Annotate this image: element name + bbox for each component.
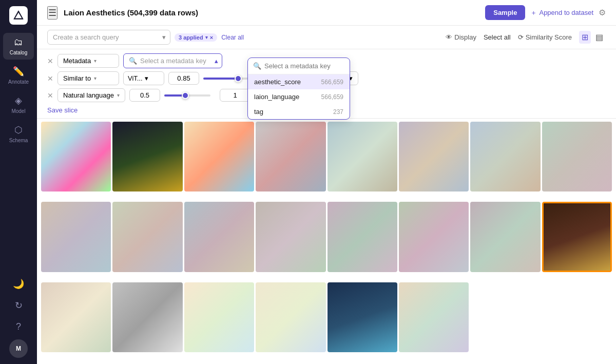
select-all-button[interactable]: Select all	[484, 33, 511, 41]
applied-badge-chevron-icon: ▾	[205, 35, 208, 40]
display-button[interactable]: 👁 Display	[446, 33, 476, 41]
filter-natural-language-close-icon[interactable]: ✕	[47, 91, 53, 100]
sidebar-item-model[interactable]: ◈ Model	[3, 91, 34, 118]
image-cell-10[interactable]	[112, 202, 182, 272]
header-left: ☰ Laion Aesthetics (504,399 data rows)	[47, 6, 198, 20]
image-cell-11[interactable]	[184, 202, 254, 272]
image-cell-19[interactable]	[184, 282, 254, 352]
similarity-icon: ⟳	[518, 33, 524, 41]
similarity-slider-fill	[203, 78, 238, 80]
metadata-item-laion-language-count: 566,659	[321, 93, 343, 101]
image-cell-5[interactable]	[328, 122, 397, 191]
metadata-item-tag-count: 237	[333, 108, 343, 116]
save-slice-button[interactable]: Save slice	[47, 106, 78, 114]
filters-area: ✕ Metadata ▾ 🔍 Select a metadata key ▴ 🔍	[37, 49, 616, 119]
model-icon: ◈	[15, 95, 22, 106]
natural-language-slider-thumb[interactable]	[182, 92, 189, 99]
image-cell-17[interactable]	[41, 282, 111, 352]
metadata-item-aesthetic-score[interactable]: aesthetic_score 566,659	[248, 74, 350, 89]
toolbar-left: Create a search query ▾ 3 applied ▾ × Cl…	[47, 30, 244, 45]
sidebar-item-annotate[interactable]: ✏️ Annotate	[3, 62, 34, 89]
header-right: Sample ＋ Append to dataset ⚙	[485, 5, 606, 20]
eye-icon: 👁	[446, 33, 452, 41]
main-content: ☰ Laion Aesthetics (504,399 data rows) S…	[37, 0, 616, 364]
filter-metadata-type-select[interactable]: Metadata ▾	[57, 54, 119, 68]
image-cell-6[interactable]	[399, 122, 469, 191]
header: ☰ Laion Aesthetics (504,399 data rows) S…	[37, 0, 616, 26]
filter-natural-language-type-select[interactable]: Natural language ▾	[57, 88, 125, 102]
image-cell-16[interactable]	[542, 202, 612, 272]
image-cell-2[interactable]	[112, 122, 182, 191]
page-title: Laion Aesthetics (504,399 data rows)	[64, 8, 198, 17]
image-cell-18[interactable]	[112, 282, 182, 352]
sidebar-item-model-label: Model	[11, 108, 25, 114]
hamburger-menu[interactable]: ☰	[47, 6, 57, 20]
search-query-chevron-icon: ▾	[162, 33, 166, 41]
filter-metadata-label: Metadata	[63, 57, 91, 65]
image-cell-14[interactable]	[399, 202, 469, 272]
similarity-value-input[interactable]	[168, 72, 199, 85]
sidebar-bottom: 🌙 ↻ ? M	[9, 275, 28, 358]
vit-model-select[interactable]: ViT... ▾	[123, 71, 164, 85]
user-avatar[interactable]: M	[9, 339, 28, 358]
natural-language-slider-track	[164, 94, 210, 97]
image-cell-22[interactable]	[399, 282, 469, 352]
image-cell-20[interactable]	[256, 282, 325, 352]
natural-language-value-input[interactable]	[129, 89, 160, 102]
sidebar-item-schema[interactable]: ⬡ Schema	[3, 120, 34, 147]
metadata-type-caret-icon: ▾	[94, 58, 97, 64]
list-view-button[interactable]: ▤	[593, 31, 606, 44]
metadata-dropdown-search-icon: 🔍	[253, 62, 261, 70]
image-cell-3[interactable]	[184, 122, 254, 191]
sidebar-item-schema-label: Schema	[9, 138, 28, 143]
similarity-slider[interactable]	[203, 78, 255, 80]
applied-filters-badge: 3 applied ▾ ×	[175, 33, 217, 42]
image-cell-21[interactable]	[328, 282, 397, 352]
filter-metadata-close-icon[interactable]: ✕	[47, 57, 53, 65]
metadata-item-laion-language[interactable]: laion_language 566,659	[248, 89, 350, 104]
sample-button[interactable]: Sample	[485, 5, 525, 20]
clear-all-link[interactable]: Clear all	[221, 34, 244, 41]
logo-icon	[13, 10, 24, 21]
image-cell-9[interactable]	[41, 202, 111, 272]
metadata-item-tag-label: tag	[254, 108, 263, 116]
grid-view-button[interactable]: ⊞	[579, 31, 591, 44]
search-query-placeholder: Create a search query	[53, 33, 119, 41]
metadata-dropdown: 🔍 aesthetic_score 566,659 laion_language…	[247, 58, 350, 120]
filter-similar-type-select[interactable]: Similar to ▾	[57, 71, 119, 85]
image-cell-1[interactable]	[41, 122, 111, 191]
natural-language-slider[interactable]	[164, 94, 216, 97]
image-cell-7[interactable]	[470, 122, 540, 191]
view-toggle: ⊞ ▤	[579, 31, 606, 44]
filter-similar-close-icon[interactable]: ✕	[47, 74, 53, 83]
settings-gear-icon[interactable]: ⚙	[599, 8, 606, 17]
applied-badge-close-icon[interactable]: ×	[210, 34, 213, 41]
image-cell-8[interactable]	[542, 122, 612, 191]
sidebar-item-catalog[interactable]: 🗂 Catalog	[3, 33, 34, 60]
metadata-key-container: 🔍 Select a metadata key ▴ 🔍 aesthetic_sc…	[123, 53, 222, 68]
natural-language-caret-icon: ▾	[117, 92, 120, 98]
plus-icon: ＋	[530, 8, 537, 17]
catalog-icon: 🗂	[14, 37, 23, 48]
metadata-key-caret-icon: ▴	[215, 57, 218, 65]
append-to-dataset-button[interactable]: ＋ Append to dataset	[530, 8, 593, 17]
metadata-search-field: 🔍	[248, 58, 350, 74]
metadata-search-icon: 🔍	[129, 57, 137, 65]
metadata-item-tag[interactable]: tag 237	[248, 104, 350, 119]
similarity-slider-thumb[interactable]	[235, 75, 242, 82]
search-query-input[interactable]: Create a search query ▾	[47, 30, 170, 45]
metadata-search-input[interactable]	[264, 62, 351, 70]
image-cell-15[interactable]	[470, 202, 540, 272]
image-cell-13[interactable]	[328, 202, 397, 272]
refresh-icon[interactable]: ↻	[12, 297, 26, 314]
moon-icon[interactable]: 🌙	[10, 275, 27, 293]
logo	[9, 6, 28, 25]
similarity-score-button[interactable]: ⟳ Similarity Score	[518, 33, 572, 41]
toolbar-right: 👁 Display Select all ⟳ Similarity Score …	[446, 31, 606, 44]
metadata-key-input[interactable]: 🔍 Select a metadata key ▴	[123, 53, 222, 68]
help-icon[interactable]: ?	[13, 318, 24, 335]
natural-language-max-input[interactable]	[220, 89, 251, 102]
metadata-item-laion-language-label: laion_language	[254, 93, 299, 101]
image-cell-4[interactable]	[256, 122, 325, 191]
image-cell-12[interactable]	[256, 202, 325, 272]
